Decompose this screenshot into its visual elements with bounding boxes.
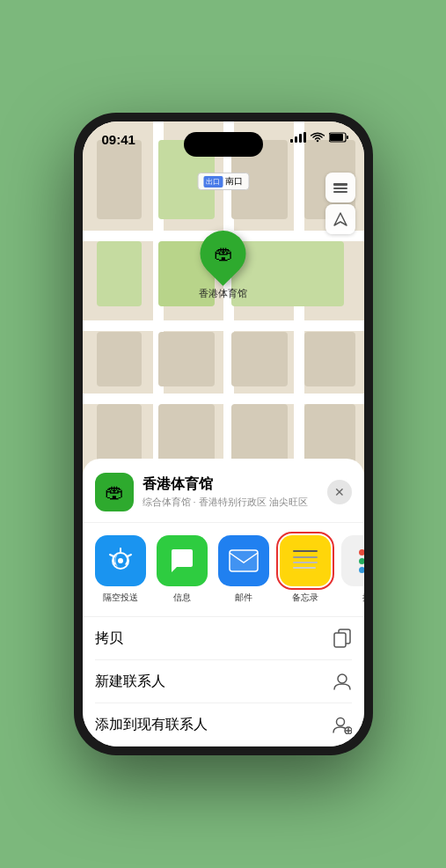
note-line-4 bbox=[293, 567, 316, 569]
svg-rect-3 bbox=[303, 132, 306, 143]
airdrop-label: 隔空投送 bbox=[103, 592, 138, 604]
map-controls bbox=[325, 173, 355, 234]
svg-rect-8 bbox=[333, 188, 347, 189]
wifi-icon bbox=[311, 132, 325, 143]
message-icon bbox=[157, 535, 208, 586]
status-time: 09:41 bbox=[102, 132, 135, 147]
action-list: 拷贝 新建联系人 添加到现有联系人 bbox=[83, 617, 364, 747]
dots-row-1 bbox=[359, 549, 364, 555]
svg-rect-9 bbox=[333, 191, 347, 193]
signal-icon bbox=[290, 132, 306, 143]
block-9 bbox=[231, 332, 288, 386]
message-label: 信息 bbox=[173, 592, 191, 604]
map-label-text: 南口 bbox=[225, 175, 243, 188]
location-button[interactable] bbox=[325, 204, 355, 234]
svg-rect-6 bbox=[347, 136, 348, 139]
share-more[interactable]: 推 bbox=[341, 535, 364, 604]
svg-rect-0 bbox=[290, 139, 293, 143]
notes-lines bbox=[289, 545, 321, 577]
dots-row-3 bbox=[359, 567, 364, 573]
map-layers-button[interactable] bbox=[325, 173, 355, 202]
svg-rect-2 bbox=[299, 134, 302, 143]
phone-screen: 09:41 bbox=[83, 121, 364, 747]
note-line-3 bbox=[293, 562, 318, 563]
note-line-2 bbox=[293, 556, 318, 558]
mail-label: 邮件 bbox=[235, 592, 252, 604]
dot-blue-2 bbox=[359, 567, 364, 573]
venue-desc: 综合体育馆 · 香港特别行政区 油尖旺区 bbox=[143, 496, 318, 509]
block-7 bbox=[97, 332, 142, 386]
svg-marker-10 bbox=[334, 213, 347, 225]
battery-icon bbox=[329, 132, 348, 143]
new-contact-icon bbox=[333, 672, 352, 691]
location-icon bbox=[333, 211, 348, 227]
share-airdrop[interactable]: 隔空投送 bbox=[95, 535, 146, 604]
layers-icon bbox=[333, 180, 348, 195]
status-icons bbox=[290, 132, 348, 143]
svg-rect-5 bbox=[330, 134, 343, 141]
svg-point-18 bbox=[336, 718, 344, 726]
svg-rect-1 bbox=[295, 136, 297, 143]
venue-name: 香港体育馆 bbox=[143, 475, 318, 494]
dots-row-2 bbox=[359, 558, 364, 564]
svg-point-17 bbox=[338, 674, 347, 683]
map-marker[interactable]: 🏟 香港体育馆 bbox=[199, 231, 247, 300]
map-badge: 出口 bbox=[203, 176, 223, 188]
new-contact-label: 新建联系人 bbox=[95, 673, 165, 691]
svg-rect-16 bbox=[334, 633, 346, 647]
map-label: 出口 南口 bbox=[197, 173, 249, 190]
svg-point-12 bbox=[118, 558, 123, 563]
block-6 bbox=[231, 241, 344, 306]
block-5 bbox=[97, 241, 142, 306]
close-button[interactable]: ✕ bbox=[327, 480, 352, 504]
note-line-1 bbox=[293, 550, 318, 552]
block-8 bbox=[158, 332, 215, 386]
share-mail[interactable]: 邮件 bbox=[218, 535, 269, 604]
message-svg bbox=[168, 548, 196, 574]
map-background: 出口 南口 🏟 香港体育馆 bbox=[83, 121, 364, 484]
map-area: 出口 南口 🏟 香港体育馆 bbox=[83, 121, 364, 484]
dot-green bbox=[359, 558, 364, 564]
airdrop-svg bbox=[107, 548, 134, 574]
more-label: 推 bbox=[362, 592, 364, 604]
share-message[interactable]: 信息 bbox=[157, 535, 208, 604]
block-10 bbox=[304, 332, 355, 386]
venue-info: 香港体育馆 综合体育馆 · 香港特别行政区 油尖旺区 bbox=[143, 475, 318, 509]
dynamic-island bbox=[184, 132, 263, 157]
phone-shell: 09:41 bbox=[74, 113, 373, 755]
airdrop-icon bbox=[95, 535, 146, 586]
notes-icon-container bbox=[280, 535, 331, 586]
venue-icon: 🏟 bbox=[95, 473, 134, 511]
add-contact-icon bbox=[333, 715, 352, 734]
copy-icon bbox=[333, 629, 352, 648]
svg-rect-13 bbox=[230, 550, 258, 571]
bottom-sheet: 🏟 香港体育馆 综合体育馆 · 香港特别行政区 油尖旺区 ✕ bbox=[83, 459, 364, 747]
share-notes[interactable]: 备忘录 bbox=[280, 535, 331, 604]
sheet-header: 🏟 香港体育馆 综合体育馆 · 香港特别行政区 油尖旺区 ✕ bbox=[83, 473, 364, 523]
more-dots-grid bbox=[359, 549, 364, 573]
dot-red bbox=[359, 549, 364, 555]
stadium-icon: 🏟 bbox=[214, 242, 233, 265]
action-add-contact[interactable]: 添加到现有联系人 bbox=[95, 703, 352, 747]
svg-rect-7 bbox=[333, 183, 347, 186]
add-contact-label: 添加到现有联系人 bbox=[95, 716, 208, 734]
more-icon-container bbox=[341, 535, 364, 586]
notes-label: 备忘录 bbox=[292, 592, 318, 604]
mail-svg bbox=[229, 549, 259, 572]
marker-label: 香港体育馆 bbox=[199, 287, 247, 300]
action-new-contact[interactable]: 新建联系人 bbox=[95, 660, 352, 703]
action-copy[interactable]: 拷贝 bbox=[95, 617, 352, 660]
share-row: 隔空投送 信息 bbox=[83, 523, 364, 617]
copy-label: 拷贝 bbox=[95, 629, 123, 648]
marker-pin: 🏟 bbox=[191, 221, 256, 286]
mail-icon-container bbox=[218, 535, 269, 586]
